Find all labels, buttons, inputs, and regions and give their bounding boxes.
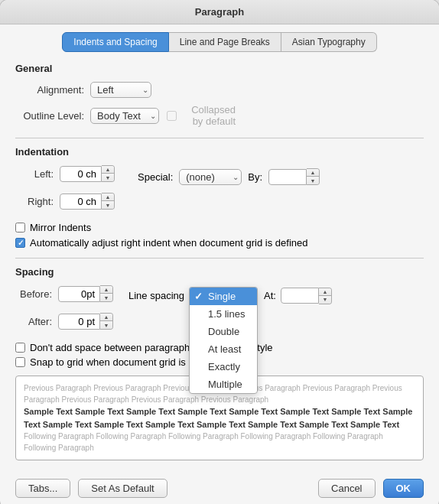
by-label: By: bbox=[248, 171, 262, 183]
alignment-select[interactable]: Left Center Right Justified bbox=[90, 82, 151, 98]
by-down-btn[interactable]: ▼ bbox=[307, 177, 319, 184]
by-input[interactable] bbox=[268, 169, 307, 185]
divider-2 bbox=[15, 258, 424, 259]
general-section: General Alignment: Left Center Right Jus… bbox=[15, 63, 424, 127]
spacing-before-btns: ▲ ▼ bbox=[100, 285, 113, 302]
indent-left-up-btn[interactable]: ▲ bbox=[102, 166, 114, 174]
outline-level-row: Outline Level: Body Text Level 1 Level 2… bbox=[15, 104, 424, 127]
snap-checkbox[interactable] bbox=[15, 357, 25, 367]
cancel-button[interactable]: Cancel bbox=[318, 479, 375, 498]
tab-line-page-breaks[interactable]: Line and Page Breaks bbox=[169, 32, 281, 52]
line-spacing-option-multiple[interactable]: Multiple bbox=[190, 376, 257, 393]
line-spacing-label: Line spacing bbox=[128, 290, 184, 301]
spacing-before-spinner: ▲ ▼ bbox=[58, 285, 113, 302]
line-spacing-menu: Single 1.5 lines Double At least Exactly… bbox=[189, 287, 258, 394]
line-spacing-dropdown-container: ✓ Single Single 1.5 lines Double At leas… bbox=[189, 287, 258, 304]
indent-left-input[interactable] bbox=[60, 166, 102, 182]
collapsed-checkbox[interactable] bbox=[167, 111, 177, 121]
tab-asian-typography[interactable]: Asian Typography bbox=[281, 32, 377, 52]
tabs-button[interactable]: Tabs... bbox=[15, 479, 70, 498]
spacing-label: Spacing bbox=[15, 266, 424, 278]
indent-left-spinner-btns: ▲ ▼ bbox=[102, 165, 115, 182]
indent-left-label: Left: bbox=[15, 168, 54, 180]
dont-add-checkbox[interactable] bbox=[15, 343, 25, 353]
collapsed-label: Collapsed by default bbox=[167, 104, 236, 127]
line-spacing-option-1-5[interactable]: 1.5 lines bbox=[190, 305, 257, 323]
special-select[interactable]: (none) First line Hanging bbox=[179, 169, 242, 185]
content-area: General Alignment: Left Center Right Jus… bbox=[0, 52, 439, 471]
spacing-after-row: After: ▲ ▼ bbox=[15, 313, 113, 330]
spacing-before-input[interactable] bbox=[58, 286, 100, 302]
mirror-row: Mirror Indents bbox=[15, 222, 424, 233]
alignment-select-wrapper: Left Center Right Justified ⌄ bbox=[90, 82, 151, 98]
line-spacing-option-double[interactable]: Double bbox=[190, 323, 257, 340]
mirror-checkbox[interactable] bbox=[15, 223, 25, 232]
spacing-right-col: Line spacing ✓ Single Single 1.5 lines D… bbox=[128, 287, 332, 304]
line-spacing-option-single[interactable]: Single bbox=[190, 288, 257, 305]
indent-left-col: Left: ▲ ▼ Right: bbox=[15, 165, 115, 216]
by-spinner-btns: ▲ ▼ bbox=[307, 168, 320, 185]
spacing-before-label: Before: bbox=[15, 288, 52, 300]
indent-right-down-btn[interactable]: ▼ bbox=[102, 201, 114, 209]
at-spinner: ▲ ▼ bbox=[281, 288, 332, 304]
auto-adjust-label: Automatically adjust right indent when d… bbox=[30, 237, 308, 249]
footer: Tabs... Set As Default Cancel OK bbox=[0, 471, 439, 504]
line-spacing-option-at-least[interactable]: At least bbox=[190, 340, 257, 358]
outline-level-select-wrapper: Body Text Level 1 Level 2 ⌄ bbox=[90, 108, 159, 124]
mirror-label: Mirror Indents bbox=[30, 222, 91, 233]
spacing-before-row: Before: ▲ ▼ bbox=[15, 285, 113, 302]
at-input[interactable] bbox=[281, 288, 319, 304]
by-spinner: ▲ ▼ bbox=[268, 168, 320, 185]
outline-level-select[interactable]: Body Text Level 1 Level 2 bbox=[90, 108, 159, 124]
footer-right: Cancel OK bbox=[318, 479, 424, 498]
at-label: At: bbox=[264, 290, 276, 301]
spacing-after-btns: ▲ ▼ bbox=[100, 313, 113, 330]
footer-left: Tabs... Set As Default bbox=[15, 479, 167, 498]
set-default-button[interactable]: Set As Default bbox=[78, 479, 167, 498]
outline-level-label: Outline Level: bbox=[15, 110, 84, 122]
indent-right-label: Right: bbox=[15, 196, 54, 207]
ok-button[interactable]: OK bbox=[383, 479, 424, 498]
tabs-bar: Indents and Spacing Line and Page Breaks… bbox=[0, 24, 439, 52]
spacing-before-down-btn[interactable]: ▼ bbox=[100, 294, 112, 301]
spacing-grid: Before: ▲ ▼ After: bbox=[15, 285, 424, 336]
indent-right-spinner-btns: ▲ ▼ bbox=[102, 193, 115, 210]
spacing-before-up-btn[interactable]: ▲ bbox=[100, 286, 112, 294]
at-up-btn[interactable]: ▲ bbox=[319, 288, 331, 296]
special-label: Special: bbox=[138, 171, 173, 183]
indentation-section: Indentation Left: ▲ ▼ Ri bbox=[15, 146, 424, 249]
spacing-section: Spacing Before: ▲ ▼ Afte bbox=[15, 266, 424, 368]
alignment-row: Alignment: Left Center Right Justified ⌄ bbox=[15, 82, 424, 98]
at-down-btn[interactable]: ▼ bbox=[319, 296, 331, 304]
spacing-left-col: Before: ▲ ▼ After: bbox=[15, 285, 113, 336]
paragraph-dialog: Paragraph Indents and Spacing Line and P… bbox=[0, 0, 439, 504]
preview-sample-text: Sample Text Sample Text Sample Text Samp… bbox=[24, 405, 415, 431]
indent-left-down-btn[interactable]: ▼ bbox=[102, 174, 114, 181]
title-bar: Paragraph bbox=[0, 0, 439, 24]
spacing-after-up-btn[interactable]: ▲ bbox=[100, 314, 112, 321]
preview-following-text: Following Paragraph Following Paragraph … bbox=[24, 431, 415, 454]
general-label: General bbox=[15, 63, 424, 74]
indent-right-up-btn[interactable]: ▲ bbox=[102, 193, 114, 201]
spacing-after-label: After: bbox=[15, 316, 52, 327]
indent-left-spinner: ▲ ▼ bbox=[60, 165, 115, 182]
auto-adjust-checkbox[interactable] bbox=[15, 238, 25, 248]
indent-right-spinner: ▲ ▼ bbox=[60, 193, 115, 210]
by-up-btn[interactable]: ▲ bbox=[307, 169, 319, 177]
spacing-after-spinner: ▲ ▼ bbox=[58, 313, 113, 330]
tab-indents-spacing[interactable]: Indents and Spacing bbox=[62, 32, 168, 52]
dialog-title: Paragraph bbox=[195, 6, 244, 18]
spacing-after-down-btn[interactable]: ▼ bbox=[100, 321, 112, 329]
indentation-label: Indentation bbox=[15, 146, 424, 158]
indent-special-col: Special: (none) First line Hanging ⌄ By: bbox=[138, 168, 320, 185]
line-spacing-option-exactly[interactable]: Exactly bbox=[190, 358, 257, 376]
alignment-label: Alignment: bbox=[15, 84, 84, 96]
special-select-wrapper: (none) First line Hanging ⌄ bbox=[179, 169, 242, 185]
auto-adjust-row: Automatically adjust right indent when d… bbox=[15, 237, 424, 249]
indent-left-row: Left: ▲ ▼ bbox=[15, 165, 115, 182]
indent-right-row: Right: ▲ ▼ bbox=[15, 193, 115, 210]
spacing-after-input[interactable] bbox=[58, 314, 100, 330]
at-spinner-btns: ▲ ▼ bbox=[319, 288, 332, 304]
indent-right-input[interactable] bbox=[60, 193, 102, 210]
indent-grid: Left: ▲ ▼ Right: bbox=[15, 165, 424, 216]
